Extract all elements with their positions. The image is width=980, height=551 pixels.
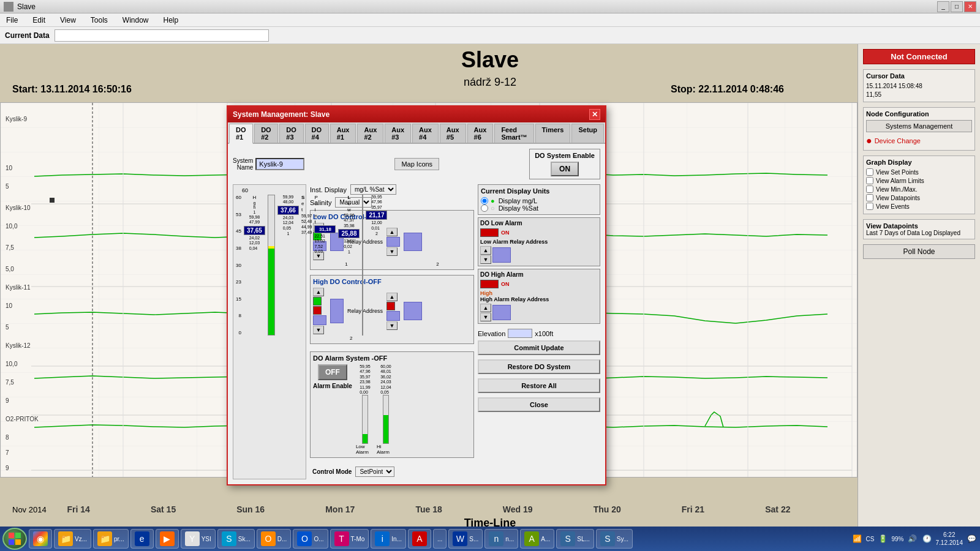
device-change-button[interactable]: ● Device Change bbox=[866, 134, 972, 148]
taskbar-vz-label: Vz... bbox=[75, 536, 87, 542]
window-controls: _ □ ✕ bbox=[937, 1, 976, 12]
taskbar-app-ie[interactable]: e bbox=[130, 529, 154, 549]
menu-help[interactable]: Help bbox=[160, 15, 183, 26]
taskbar-app-a[interactable]: A A... bbox=[520, 529, 554, 549]
control-mode-select[interactable]: SetPoint bbox=[355, 467, 394, 477]
dialog-close-button[interactable]: ✕ bbox=[589, 109, 600, 120]
low-alarm-down[interactable]: ▼ bbox=[480, 255, 491, 264]
checkbox-events-input[interactable] bbox=[866, 203, 873, 210]
checkbox-minmax-label: View Min./Max. bbox=[876, 186, 918, 193]
mini-hi-values: 60,00 48,01 36,02 24,03 12,04 0,05 bbox=[380, 364, 391, 395]
high-do-up[interactable]: ▲ bbox=[313, 288, 324, 296]
taskbar-app-word[interactable]: W S... bbox=[448, 529, 483, 549]
tab-setup[interactable]: Setup bbox=[571, 124, 604, 143]
radio-mg-input[interactable] bbox=[481, 197, 488, 204]
do-low-red-ind bbox=[480, 228, 499, 237]
high-relay-up[interactable]: ▲ bbox=[386, 293, 398, 301]
taskbar-app-oc[interactable]: O D... bbox=[257, 529, 292, 549]
high-alarm-down[interactable]: ▼ bbox=[480, 313, 491, 321]
taskbar-app-chrome[interactable]: ◉ bbox=[29, 529, 52, 549]
checkbox-datapoints-input[interactable] bbox=[866, 194, 873, 201]
xaxis-sat15: Sat 15 bbox=[151, 504, 176, 514]
elevation-input[interactable] bbox=[508, 329, 532, 338]
main-content: Slave nádrž 9-12 Start: 13.11.2014 16:50… bbox=[0, 44, 980, 551]
map-icons-button[interactable]: Map Icons bbox=[394, 158, 439, 170]
tab-feedsmart[interactable]: Feed Smart™ bbox=[494, 124, 533, 143]
commit-update-button[interactable]: Commit Update bbox=[478, 340, 600, 355]
close-dialog-button[interactable]: Close bbox=[478, 397, 600, 412]
tab-aux6[interactable]: Aux #6 bbox=[467, 124, 494, 143]
high-do-control-box: High DO Control-OFF ▲ ▼ Rel bbox=[310, 275, 474, 344]
system-name-input[interactable] bbox=[255, 158, 304, 170]
checkbox-setpoints-input[interactable] bbox=[866, 168, 873, 176]
menu-tools[interactable]: Tools bbox=[87, 15, 111, 26]
title-bar: Slave _ □ ✕ bbox=[0, 0, 980, 13]
tab-aux3[interactable]: Aux #3 bbox=[385, 124, 411, 143]
taskbar-app-tmo[interactable]: T T-Mo bbox=[330, 529, 369, 549]
start-button[interactable] bbox=[2, 528, 27, 550]
tab-do2[interactable]: DO #2 bbox=[254, 124, 278, 143]
current-data-input[interactable] bbox=[55, 29, 269, 42]
tab-aux5[interactable]: Aux #5 bbox=[440, 124, 466, 143]
menu-view[interactable]: View bbox=[56, 15, 80, 26]
taskbar-app-folder[interactable]: 📁 Vz... bbox=[54, 529, 91, 549]
h-bar-lower-values: 24,02 12,03 0,04 bbox=[249, 236, 260, 251]
r2-lower-values: 12,00 0,01 bbox=[371, 220, 382, 231]
tab-do3[interactable]: DO #3 bbox=[279, 124, 303, 143]
graph-display-title: Graph Display bbox=[866, 159, 972, 166]
taskbar-app-acrobat[interactable]: A bbox=[408, 529, 431, 549]
l-sublabel: o bbox=[348, 201, 350, 206]
not-connected-button[interactable]: Not Connected bbox=[863, 49, 975, 64]
tab-do1[interactable]: DO #1 bbox=[229, 124, 253, 144]
taskbar-app-wmp[interactable]: ▶ bbox=[156, 529, 179, 549]
taskbar-app-sk[interactable]: S Sk... bbox=[217, 529, 255, 549]
high-relay-down[interactable]: ▼ bbox=[386, 321, 398, 330]
menu-file[interactable]: File bbox=[2, 15, 21, 26]
inst-display-select[interactable]: mg/L %Sat bbox=[350, 184, 396, 195]
taskbar-app-pr[interactable]: 📁 pr... bbox=[93, 529, 129, 549]
menu-edit[interactable]: Edit bbox=[29, 15, 49, 26]
do-enable-on-button[interactable]: ON bbox=[551, 162, 579, 176]
low-alarm-up[interactable]: ▲ bbox=[480, 246, 491, 255]
taskbar-app-sy[interactable]: S Sy... bbox=[596, 529, 633, 549]
tab-aux2[interactable]: Aux #2 bbox=[357, 124, 383, 143]
folder-icon: 📁 bbox=[58, 531, 73, 546]
maximize-button[interactable]: □ bbox=[951, 1, 963, 12]
relay-up1[interactable]: ▲ bbox=[386, 228, 398, 236]
taskbar-o-label: O... bbox=[314, 536, 323, 542]
restore-all-button[interactable]: Restore All bbox=[478, 378, 600, 393]
checkbox-alarm-limits-input[interactable] bbox=[866, 177, 873, 184]
h-bar-values: 59,98 47,99 bbox=[249, 215, 260, 225]
tab-timers[interactable]: Timers bbox=[535, 124, 571, 143]
systems-management-button[interactable]: Systems Management bbox=[866, 120, 972, 132]
svg-rect-41 bbox=[15, 539, 21, 545]
alarm-off-button[interactable]: OFF bbox=[318, 364, 347, 380]
taskbar-app-in[interactable]: i In... bbox=[371, 529, 406, 549]
tab-do4[interactable]: DO #4 bbox=[305, 124, 329, 143]
menu-window[interactable]: Window bbox=[119, 15, 153, 26]
relay-down1[interactable]: ▼ bbox=[386, 247, 398, 256]
taskbar-app-dots[interactable]: ... bbox=[433, 529, 447, 549]
restore-do-button[interactable]: Restore DO System bbox=[478, 359, 600, 374]
svg-text:Kyslik-11: Kyslik-11 bbox=[6, 284, 31, 291]
taskbar-app-outlook[interactable]: O O... bbox=[293, 529, 328, 549]
wmp-icon: ▶ bbox=[160, 531, 175, 546]
taskbar-app-sl[interactable]: S SL... bbox=[556, 529, 594, 549]
close-button[interactable]: ✕ bbox=[964, 1, 976, 12]
taskbar-app-n[interactable]: n n... bbox=[484, 529, 518, 549]
tab-aux1[interactable]: Aux #1 bbox=[330, 124, 356, 143]
poll-node-button[interactable]: Poll Node bbox=[863, 244, 975, 259]
high-do-down[interactable]: ▼ bbox=[313, 326, 324, 334]
checkbox-minmax-input[interactable] bbox=[866, 186, 873, 193]
mini-hi-bar-track bbox=[383, 395, 389, 444]
dialog-main-layout: 60 60 53 45 38 30 23 15 8 bbox=[233, 184, 600, 479]
system-name-label: System Name bbox=[233, 157, 253, 171]
minimize-button[interactable]: _ bbox=[937, 1, 949, 12]
high-alarm-up[interactable]: ▲ bbox=[480, 304, 491, 312]
xaxis-fri21: Fri 21 bbox=[682, 504, 704, 514]
high-relay-main-purple bbox=[404, 302, 422, 320]
xaxis-mon17: Mon 17 bbox=[325, 504, 355, 514]
tab-aux4[interactable]: Aux #4 bbox=[412, 124, 439, 143]
radio-sat-input[interactable] bbox=[481, 204, 488, 212]
taskbar-app-ysi[interactable]: Y YSI bbox=[181, 529, 216, 549]
